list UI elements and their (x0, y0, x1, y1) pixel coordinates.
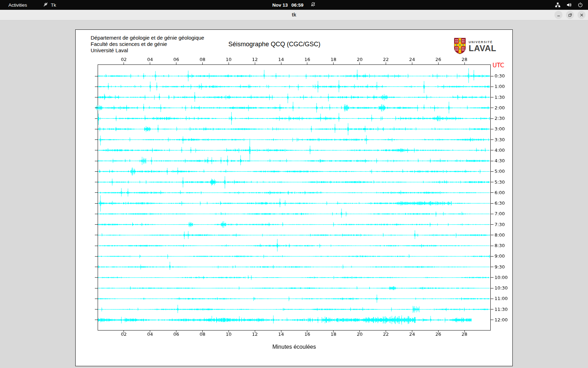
minimize-button[interactable] (554, 11, 562, 19)
x-tick-label-bottom: 28 (462, 332, 468, 337)
row-tick-left (95, 309, 98, 309)
row-tick-left (95, 256, 98, 257)
row-tick-right (491, 150, 493, 150)
restore-button[interactable] (566, 11, 574, 19)
x-tick-top (412, 62, 412, 64)
x-axis-title: Minutes écoulées (98, 344, 491, 350)
row-tick-left (95, 288, 98, 288)
x-tick-top (438, 62, 439, 64)
x-tick-top (202, 62, 203, 64)
row-time-label: 0:30 (495, 73, 505, 79)
row-tick-left (95, 97, 98, 97)
app-menu[interactable]: Tk (43, 2, 56, 8)
row-time-label: 5:30 (495, 179, 505, 185)
row-tick-left (95, 182, 98, 182)
power-icon (578, 2, 583, 8)
row-tick-left (95, 139, 98, 140)
row-time-label: 3:00 (495, 126, 505, 132)
tk-window-content: Département de géologie et de génie géol… (0, 20, 588, 368)
x-tick-label-bottom: 12 (252, 332, 258, 337)
close-button[interactable] (578, 11, 586, 19)
clock-menu[interactable]: Nov 1306:59 (272, 0, 316, 10)
row-tick-right (491, 214, 493, 214)
row-tick-left (95, 150, 98, 150)
row-tick-left (95, 320, 98, 320)
row-time-label: 9:30 (495, 264, 505, 270)
network-wired-icon (555, 2, 561, 8)
row-time-label: 6:30 (495, 200, 505, 206)
x-tick-label-top: 26 (435, 57, 441, 62)
row-tick-right (491, 267, 493, 267)
x-tick-label-top: 22 (383, 57, 389, 62)
row-tick-right (491, 171, 493, 172)
row-tick-right (491, 288, 493, 288)
x-tick-top (386, 62, 386, 64)
system-tray[interactable] (555, 2, 588, 8)
x-tick-top (281, 62, 281, 64)
row-tick-left (95, 299, 98, 299)
row-tick-right (491, 299, 493, 299)
x-tick-top (150, 62, 150, 64)
row-tick-left (95, 76, 98, 76)
row-tick-right (491, 203, 493, 204)
row-time-label: 2:30 (495, 116, 505, 121)
gnome-top-bar: Activities Tk Nov 1306:59 (0, 0, 588, 10)
row-time-label: 10:00 (495, 275, 507, 280)
row-tick-left (95, 108, 98, 108)
x-tick-label-bottom: 06 (173, 332, 179, 337)
clock-label: Nov 1306:59 (272, 2, 303, 8)
row-tick-right (491, 139, 493, 140)
row-time-label: 9:00 (495, 253, 505, 259)
x-tick-label-bottom: 14 (278, 332, 284, 337)
row-tick-left (95, 129, 98, 129)
row-tick-left (95, 224, 98, 225)
x-tick-label-bottom: 24 (409, 332, 415, 337)
row-tick-left (95, 171, 98, 172)
x-tick-label-top: 04 (147, 57, 153, 62)
x-tick-label-bottom: 04 (147, 332, 153, 337)
x-tick-top (176, 62, 176, 64)
row-time-label: 3:30 (495, 137, 505, 143)
x-tick-label-bottom: 10 (226, 332, 232, 337)
row-tick-right (491, 97, 493, 97)
x-tick-label-top: 14 (278, 57, 284, 62)
x-tick-label-top: 20 (357, 57, 363, 62)
row-tick-right (491, 235, 493, 235)
row-tick-left (95, 267, 98, 267)
window-title: tk (0, 10, 588, 20)
row-time-label: 7:00 (495, 211, 505, 217)
row-time-label: 4:30 (495, 158, 505, 164)
window-titlebar[interactable]: tk (0, 10, 588, 20)
row-tick-left (95, 277, 98, 278)
x-tick-label-bottom: 02 (121, 332, 127, 337)
x-tick-label-top: 06 (173, 57, 179, 62)
row-tick-right (491, 118, 493, 119)
x-tick-label-top: 08 (200, 57, 205, 62)
x-tick-label-bottom: 16 (304, 332, 310, 337)
activities-button[interactable]: Activities (6, 2, 30, 8)
x-tick-top (307, 62, 307, 64)
row-tick-right (491, 108, 493, 108)
row-tick-right (491, 224, 493, 225)
row-time-label: 6:00 (495, 190, 505, 196)
row-tick-right (491, 277, 493, 278)
x-tick-label-bottom: 18 (331, 332, 337, 337)
x-tick-label-top: 12 (252, 57, 258, 62)
app-menu-label: Tk (51, 2, 56, 8)
row-time-label: 7:30 (495, 222, 505, 227)
row-time-label: 8:00 (495, 232, 505, 238)
row-tick-right (491, 256, 493, 257)
row-tick-right (491, 320, 493, 320)
x-tick-top (464, 62, 465, 64)
row-tick-right (491, 87, 493, 87)
x-tick-label-top: 24 (409, 57, 415, 62)
row-tick-left (95, 161, 98, 161)
x-tick-top (333, 62, 334, 64)
x-tick-top (255, 62, 255, 64)
row-tick-right (491, 309, 493, 309)
row-time-label: 8:30 (495, 243, 505, 248)
x-tick-label-top: 28 (462, 57, 468, 62)
x-tick-label-top: 10 (226, 57, 232, 62)
x-tick-label-bottom: 08 (200, 332, 205, 337)
row-tick-left (95, 87, 98, 87)
